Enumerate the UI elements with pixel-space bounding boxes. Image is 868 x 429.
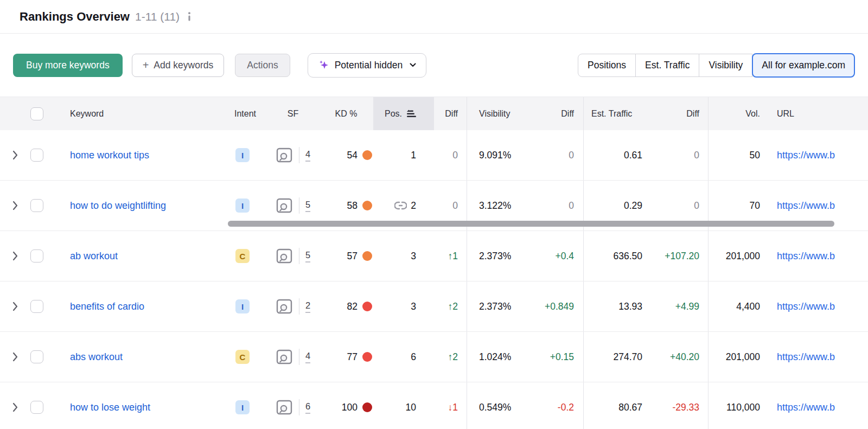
header-checkbox-cell xyxy=(30,97,56,130)
traffic-diff: -29.33 xyxy=(646,382,708,429)
row-checkbox[interactable] xyxy=(30,199,43,212)
keyword-link[interactable]: abs workout xyxy=(70,351,123,363)
pos-diff: ↑1 xyxy=(434,231,467,281)
header-pos-diff[interactable]: Diff xyxy=(434,97,467,130)
header-traffic-diff[interactable]: Diff xyxy=(646,97,708,130)
pos-value: 3 xyxy=(411,301,416,312)
keyword-link[interactable]: how to do weightlifting xyxy=(70,200,166,212)
header-volume[interactable]: Vol. xyxy=(708,97,762,130)
serp-features-icon[interactable] xyxy=(276,197,293,214)
keyword-link[interactable]: benefits of cardio xyxy=(70,301,144,312)
buy-more-keywords-button[interactable]: Buy more keywords xyxy=(13,54,123,77)
tab-all-for-domain[interactable]: All for example.com xyxy=(752,53,855,78)
intent-badge[interactable]: I xyxy=(235,299,250,313)
expand-row-chevron[interactable] xyxy=(0,281,30,331)
intent-cell: I xyxy=(228,382,267,429)
sf-divider xyxy=(299,197,299,214)
header-pos[interactable]: Pos. xyxy=(373,97,434,130)
row-checkbox-cell xyxy=(30,231,56,281)
horizontal-scrollbar[interactable] xyxy=(228,221,834,227)
traffic-value: 274.70 xyxy=(583,332,646,382)
expand-row-chevron[interactable] xyxy=(0,332,30,382)
actions-button[interactable]: Actions xyxy=(235,54,290,77)
select-all-checkbox[interactable] xyxy=(30,107,43,120)
keyword-cell: how to do weightlifting xyxy=(56,181,228,230)
header-intent[interactable]: Intent xyxy=(228,97,267,130)
visibility-value: 2.373% xyxy=(467,231,526,281)
pos-cell: 3 xyxy=(373,281,434,331)
header-keyword[interactable]: Keyword xyxy=(56,97,228,130)
keyword-link[interactable]: ab workout xyxy=(70,251,118,262)
expand-row-chevron[interactable] xyxy=(0,130,30,180)
expand-row-chevron[interactable] xyxy=(0,231,30,281)
sf-count[interactable]: 4 xyxy=(305,351,310,363)
potential-hidden-dropdown[interactable]: Potential hidden xyxy=(308,53,427,78)
table-row: home workout tips I 4 54 xyxy=(0,130,868,181)
pos-diff: ↑2 xyxy=(434,332,467,382)
sf-count[interactable]: 5 xyxy=(305,200,310,212)
chevron-right-icon xyxy=(12,402,18,412)
pos-cell: 3 xyxy=(373,231,434,281)
link-icon[interactable] xyxy=(394,201,407,210)
url-link[interactable]: https://www.b xyxy=(777,402,835,413)
intent-badge[interactable]: I xyxy=(235,148,250,162)
row-checkbox[interactable] xyxy=(30,401,43,414)
serp-features-icon[interactable] xyxy=(276,147,293,163)
row-checkbox-cell xyxy=(30,382,56,429)
pos-cell: 10 xyxy=(373,382,434,429)
kd-dot xyxy=(362,251,372,261)
row-checkbox-cell xyxy=(30,181,56,230)
intent-badge[interactable]: C xyxy=(235,350,250,364)
header-kd[interactable]: KD % xyxy=(319,97,373,130)
url-link[interactable]: https://www.b xyxy=(777,351,835,363)
sf-count[interactable]: 6 xyxy=(305,401,310,414)
url-link[interactable]: https://www.b xyxy=(777,251,835,262)
sf-count[interactable]: 2 xyxy=(305,300,310,313)
intent-badge[interactable]: I xyxy=(235,199,250,213)
url-link[interactable]: https://www.b xyxy=(777,301,835,312)
tab-positions[interactable]: Positions xyxy=(578,54,636,77)
volume-value: 4,400 xyxy=(708,281,762,331)
url-link[interactable]: https://www.b xyxy=(777,200,835,212)
intent-cell: I xyxy=(228,281,267,331)
header-visibility[interactable]: Visibility xyxy=(467,97,526,130)
sort-ascending-icon xyxy=(406,110,417,118)
serp-features-icon[interactable] xyxy=(276,248,293,264)
url-cell: https://www.b xyxy=(762,130,868,180)
pagination-range: 1-11 (11) xyxy=(135,10,180,23)
row-checkbox[interactable] xyxy=(30,350,43,363)
expand-row-chevron[interactable] xyxy=(0,382,30,429)
intent-badge[interactable]: C xyxy=(235,249,250,263)
tab-est-traffic[interactable]: Est. Traffic xyxy=(635,54,699,77)
pos-diff: ↓1 xyxy=(434,382,467,429)
visibility-value: 0.549% xyxy=(467,382,526,429)
row-checkbox[interactable] xyxy=(30,149,43,162)
row-checkbox-cell xyxy=(30,332,56,382)
kd-dot xyxy=(362,302,372,311)
pos-cell: 1 xyxy=(373,130,434,180)
serp-features-icon[interactable] xyxy=(276,298,293,315)
serp-features-icon[interactable] xyxy=(276,349,293,365)
row-checkbox[interactable] xyxy=(30,249,43,262)
expand-row-chevron[interactable] xyxy=(0,181,30,230)
keyword-cell: ab workout xyxy=(56,231,228,281)
keyword-link[interactable]: how to lose weight xyxy=(70,402,150,413)
row-checkbox-cell xyxy=(30,281,56,331)
visibility-diff: +0.15 xyxy=(526,332,583,382)
header-url[interactable]: URL xyxy=(762,97,868,130)
sf-count[interactable]: 4 xyxy=(305,149,310,162)
header-est-traffic[interactable]: Est. Traffic xyxy=(583,97,646,130)
header-visibility-diff[interactable]: Diff xyxy=(526,97,583,130)
keyword-link[interactable]: home workout tips xyxy=(70,150,149,161)
serp-features-icon[interactable] xyxy=(276,399,293,415)
url-link[interactable]: https://www.b xyxy=(777,150,835,161)
intent-badge[interactable]: I xyxy=(235,400,250,414)
info-icon[interactable] xyxy=(187,12,192,21)
sf-count[interactable]: 5 xyxy=(305,250,310,262)
tab-visibility[interactable]: Visibility xyxy=(699,54,752,77)
url-cell: https://www.b xyxy=(762,281,868,331)
header-sf[interactable]: SF xyxy=(267,97,319,130)
chevron-right-icon xyxy=(12,251,18,261)
row-checkbox[interactable] xyxy=(30,300,43,313)
add-keywords-button[interactable]: + Add keywords xyxy=(132,54,225,77)
